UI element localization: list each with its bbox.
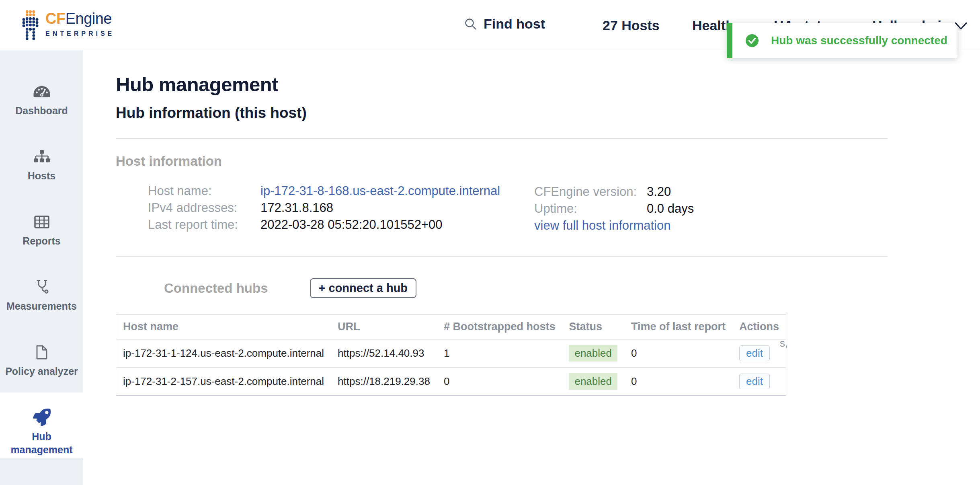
sidebar-item-label: Reports xyxy=(22,234,61,248)
column-header-status: Status xyxy=(562,314,624,339)
info-row-version: CFEngine version: 3.20 xyxy=(534,183,694,200)
host-information-section: Host information Host name: ip-172-31-8-… xyxy=(116,139,980,233)
info-label: Uptime: xyxy=(534,201,647,216)
page-subtitle: Hub information (this host) xyxy=(116,104,980,122)
edit-button[interactable]: edit xyxy=(739,374,770,389)
main-content: Hub management Hub information (this hos… xyxy=(83,50,980,485)
check-circle-icon xyxy=(745,34,759,47)
sidebar-item-dashboard[interactable]: Dashboard xyxy=(0,67,83,132)
column-header-url: URL xyxy=(331,314,437,339)
brand-engine: Engine xyxy=(66,10,112,27)
column-header-actions: Actions xyxy=(732,314,786,339)
chevron-down-icon[interactable] xyxy=(954,22,968,31)
rocket-icon xyxy=(33,408,51,427)
info-label: Last report time: xyxy=(148,218,260,232)
cell-bootstrapped: 1 xyxy=(437,339,562,368)
stray-text-fragment: s, xyxy=(780,337,788,349)
table-icon xyxy=(34,213,49,231)
table-header-row: Host name URL # Bootstrapped hosts Statu… xyxy=(116,314,786,339)
sidebar-item-label: Measurements xyxy=(6,300,78,313)
sidebar-item-policy-analyzer[interactable]: Policy analyzer xyxy=(0,327,83,393)
cfengine-logo-text: CFEngine ENTERPRISE xyxy=(45,10,115,37)
cell-actions: edit xyxy=(732,339,786,368)
column-header-last-report: Time of last report xyxy=(624,314,732,339)
cell-last-report: 0 xyxy=(624,368,732,396)
cell-url: https://52.14.40.93 xyxy=(331,339,437,368)
brand-enterprise: ENTERPRISE xyxy=(45,30,115,37)
sidebar-item-label: Hub management xyxy=(0,430,83,456)
page: CFEngine ENTERPRISE Find host 27 Hosts H… xyxy=(0,0,980,485)
cell-last-report: 0 xyxy=(624,339,732,368)
table-row: ip-172-31-2-157.us-east-2.compute.intern… xyxy=(116,368,786,396)
info-label: Host name: xyxy=(148,184,260,198)
cell-host-name: ip-172-31-2-157.us-east-2.compute.intern… xyxy=(116,368,331,396)
cell-status: enabled xyxy=(562,339,624,368)
connected-hubs-heading: Connected hubs xyxy=(164,281,268,296)
host-information-heading: Host information xyxy=(116,139,980,169)
find-host-search[interactable]: Find host xyxy=(464,16,545,32)
gauge-icon xyxy=(33,82,51,101)
sidebar-item-hosts[interactable]: Hosts xyxy=(0,132,83,197)
info-row-full-info: view full host information xyxy=(534,217,694,234)
status-badge: enabled xyxy=(569,373,617,390)
sidebar-item-label: Policy analyzer xyxy=(4,365,79,378)
cfengine-robot-icon xyxy=(22,10,39,41)
cell-host-name: ip-172-31-1-124.us-east-2.compute.intern… xyxy=(116,339,331,368)
edit-button[interactable]: edit xyxy=(739,345,770,361)
cell-status: enabled xyxy=(562,368,624,396)
column-header-bootstrapped: # Bootstrapped hosts xyxy=(437,314,562,339)
host-name-link[interactable]: ip-172-31-8-168.us-east-2.compute.intern… xyxy=(260,184,500,198)
column-header-host-name: Host name xyxy=(116,314,331,339)
info-value: 3.20 xyxy=(647,185,671,199)
info-row-uptime: Uptime: 0.0 days xyxy=(534,200,694,217)
brand-cf: CF xyxy=(45,10,66,27)
cfengine-logo[interactable]: CFEngine ENTERPRISE xyxy=(22,10,115,41)
view-full-host-information-link[interactable]: view full host information xyxy=(534,218,670,233)
nav-hosts-count[interactable]: 27 Hosts xyxy=(603,18,660,33)
connected-hubs-table: Host name URL # Bootstrapped hosts Statu… xyxy=(116,314,786,396)
info-value: 172.31.8.168 xyxy=(260,201,333,215)
info-value: 2022-03-28 05:52:20.101552+00 xyxy=(260,218,443,232)
sidebar-item-reports[interactable]: Reports xyxy=(0,197,83,262)
stethoscope-icon xyxy=(34,278,49,296)
search-icon xyxy=(464,18,477,31)
connect-a-hub-button[interactable]: + connect a hub xyxy=(310,278,417,298)
divider xyxy=(116,256,888,257)
sitemap-icon xyxy=(34,148,50,166)
info-label: IPv4 addresses: xyxy=(148,201,260,215)
page-title: Hub management xyxy=(116,72,980,97)
toast-accent-bar xyxy=(727,23,732,58)
connected-hubs-section: Connected hubs + connect a hub Host name… xyxy=(83,278,980,396)
sidebar: Dashboard Hosts xyxy=(0,50,83,485)
sidebar-item-measurements[interactable]: Measurements xyxy=(0,262,83,327)
toast-message: Hub was successfully connected xyxy=(771,34,947,47)
sidebar-item-hub-management[interactable]: Hub management xyxy=(0,393,83,458)
sidebar-item-label: Hosts xyxy=(27,169,56,183)
cell-actions: edit xyxy=(732,368,786,396)
file-icon xyxy=(35,343,48,362)
info-value: 0.0 days xyxy=(647,201,694,216)
host-information-right-rows: CFEngine version: 3.20 Uptime: 0.0 days … xyxy=(534,183,694,234)
find-host-label: Find host xyxy=(484,16,545,32)
cell-bootstrapped: 0 xyxy=(437,368,562,396)
status-badge: enabled xyxy=(569,345,617,362)
toast-success[interactable]: Hub was successfully connected xyxy=(727,23,957,58)
info-label: CFEngine version: xyxy=(534,185,647,199)
cell-url: https://18.219.29.38 xyxy=(331,368,437,396)
table-row: ip-172-31-1-124.us-east-2.compute.intern… xyxy=(116,339,786,368)
sidebar-item-label: Dashboard xyxy=(14,104,69,117)
